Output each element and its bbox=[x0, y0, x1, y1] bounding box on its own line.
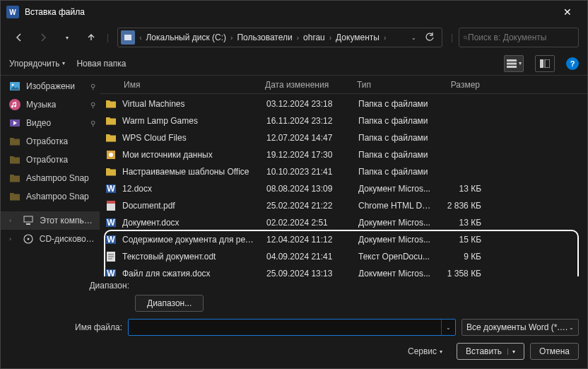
file-name: Document.pdf bbox=[119, 201, 261, 211]
close-button[interactable]: ✕ bbox=[553, 2, 582, 22]
file-type: Документ Micros... bbox=[353, 218, 437, 228]
sidebar-label: CD-дисковод (D bbox=[40, 234, 95, 244]
filename-dropdown[interactable]: ⌄ bbox=[441, 320, 455, 335]
file-date: 08.08.2024 13:09 bbox=[261, 184, 353, 194]
file-type: Текст OpenDocu... bbox=[353, 252, 437, 262]
file-type: Папка с файлами bbox=[353, 99, 437, 109]
titlebar: W Вставка файла ✕ bbox=[1, 1, 587, 23]
insert-button[interactable]: Вставить▾ bbox=[457, 343, 524, 360]
buttons-row: Сервис▾ Вставить▾ Отмена bbox=[9, 343, 579, 360]
file-name: Текстовый документ.odt bbox=[119, 252, 261, 262]
file-name: Документ.docx bbox=[119, 218, 261, 228]
column-date[interactable]: Дата изменения bbox=[259, 80, 351, 90]
breadcrumb-item[interactable]: Документы bbox=[333, 33, 382, 42]
svg-rect-3 bbox=[507, 62, 517, 64]
new-folder-button[interactable]: Новая папка bbox=[76, 59, 126, 69]
chevron-right-icon: › bbox=[9, 217, 17, 224]
file-row[interactable]: Document.pdf25.02.2024 21:22Chrome HTML … bbox=[100, 197, 587, 214]
file-row[interactable]: Virtual Machines03.12.2024 23:18Папка с … bbox=[100, 95, 587, 112]
file-list-pane: Имя Дата изменения Тип Размер Virtual Ma… bbox=[100, 76, 587, 276]
svg-rect-10 bbox=[24, 216, 33, 222]
sidebar-item[interactable]: Видео⚲ bbox=[1, 114, 100, 132]
file-date: 25.09.2024 13:13 bbox=[261, 269, 353, 276]
forward-button[interactable] bbox=[33, 28, 53, 47]
file-rows: Virtual Machines03.12.2024 23:18Папка с … bbox=[100, 94, 587, 276]
column-size[interactable]: Размер bbox=[436, 80, 486, 90]
breadcrumb-item[interactable]: Локальный диск (C:) bbox=[143, 33, 229, 42]
filename-input-wrap[interactable]: ⌄ bbox=[128, 319, 456, 336]
sidebar-item[interactable]: Ashampoo Snap bbox=[1, 187, 100, 206]
nav-bar: ▾ | ‹ Локальный диск (C:) › Пользователи… bbox=[1, 23, 587, 52]
file-size: 9 КБ bbox=[437, 252, 487, 262]
svg-text:W: W bbox=[107, 269, 115, 276]
svg-rect-19 bbox=[107, 201, 115, 204]
sidebar-item[interactable]: Изображени⚲ bbox=[1, 77, 100, 95]
file-type: Папка с файлами bbox=[353, 167, 437, 177]
chevron-icon: › bbox=[382, 34, 387, 42]
refresh-button[interactable] bbox=[425, 33, 435, 42]
file-name: WPS Cloud Files bbox=[119, 133, 261, 143]
drive-icon bbox=[121, 30, 135, 45]
sidebar-item[interactable]: Отработка bbox=[1, 151, 100, 169]
chevron-icon[interactable]: ‹ bbox=[138, 34, 143, 42]
svg-text:W: W bbox=[107, 235, 115, 245]
column-headers: Имя Дата изменения Тип Размер bbox=[100, 76, 587, 94]
file-row[interactable]: WСодержимое документа для редактиро...12… bbox=[100, 231, 587, 248]
file-row[interactable]: W12.docx08.08.2024 13:09Документ Micros.… bbox=[100, 180, 587, 197]
filename-input[interactable] bbox=[129, 322, 441, 332]
file-row[interactable]: WФайл для сжатия.docx25.09.2024 13:13Док… bbox=[100, 265, 587, 276]
file-date: 19.12.2024 17:30 bbox=[261, 150, 353, 160]
column-name[interactable]: Имя bbox=[118, 80, 259, 90]
range-button[interactable]: Диапазон... bbox=[135, 295, 204, 312]
sidebar-item[interactable]: Музыка⚲ bbox=[1, 95, 100, 114]
pin-icon: ⚲ bbox=[90, 119, 95, 127]
file-date: 03.12.2024 23:18 bbox=[261, 99, 353, 109]
sidebar-item[interactable]: Отработка bbox=[1, 132, 100, 151]
cancel-button[interactable]: Отмена bbox=[530, 343, 579, 360]
tools-menu[interactable]: Сервис▾ bbox=[408, 346, 442, 356]
breadcrumb-dropdown[interactable]: ⌄ bbox=[411, 35, 416, 41]
file-row[interactable]: Мои источники данных19.12.2024 17:30Папк… bbox=[100, 146, 587, 163]
sidebar-label: Видео bbox=[26, 118, 51, 128]
sidebar-item[interactable]: Ashampoo Snap bbox=[1, 169, 100, 187]
file-name: Файл для сжатия.docx bbox=[119, 269, 261, 276]
back-button[interactable] bbox=[9, 28, 29, 47]
svg-rect-6 bbox=[545, 59, 550, 68]
svg-text:W: W bbox=[107, 218, 115, 228]
svg-rect-5 bbox=[540, 59, 543, 68]
chevron-icon: › bbox=[229, 34, 234, 42]
up-button[interactable] bbox=[81, 28, 101, 47]
breadcrumb-item[interactable]: Пользователи bbox=[234, 33, 295, 42]
file-row[interactable]: WДокумент.docx02.02.2024 2:51Документ Mi… bbox=[100, 214, 587, 231]
file-type: Документ Micros... bbox=[353, 269, 437, 276]
help-button[interactable]: ? bbox=[566, 57, 579, 70]
preview-pane-button[interactable] bbox=[535, 55, 555, 72]
breadcrumb[interactable]: ‹ Локальный диск (C:) › Пользователи › o… bbox=[117, 28, 442, 47]
breadcrumb-item[interactable]: ohrau bbox=[300, 33, 328, 42]
recent-button[interactable]: ▾ bbox=[57, 28, 77, 47]
svg-rect-0 bbox=[124, 35, 131, 40]
column-type[interactable]: Тип bbox=[351, 80, 436, 90]
view-mode-list[interactable]: ▾ bbox=[504, 55, 524, 72]
file-type-filter[interactable]: Все документы Word (*.docx;⌄ bbox=[461, 319, 579, 336]
search-box[interactable] bbox=[459, 28, 579, 47]
file-size: 1 358 КБ bbox=[437, 269, 487, 276]
sidebar: Изображени⚲Музыка⚲Видео⚲ОтработкаОтработ… bbox=[1, 76, 100, 276]
chevron-right-icon: › bbox=[9, 235, 17, 242]
file-name: Содержимое документа для редактиро... bbox=[119, 235, 261, 245]
sidebar-item[interactable]: ›Этот компьюте bbox=[1, 211, 100, 230]
file-size: 13 КБ bbox=[437, 218, 487, 228]
svg-rect-11 bbox=[26, 223, 30, 225]
filename-row: Имя файла: ⌄ Все документы Word (*.docx;… bbox=[9, 319, 579, 336]
file-row[interactable]: Настраиваемые шаблоны Office10.10.2023 2… bbox=[100, 163, 587, 180]
file-type: Папка с файлами bbox=[353, 116, 437, 126]
sidebar-label: Отработка bbox=[26, 155, 68, 165]
file-size: 13 КБ bbox=[437, 184, 487, 194]
search-input[interactable] bbox=[468, 33, 574, 42]
file-row[interactable]: Текстовый документ.odt04.09.2024 21:41Те… bbox=[100, 248, 587, 265]
file-row[interactable]: Warm Lamp Games16.11.2024 23:12Папка с ф… bbox=[100, 112, 587, 129]
sidebar-item[interactable]: ›CD-дисковод (D bbox=[1, 230, 100, 248]
pin-icon: ⚲ bbox=[90, 83, 95, 90]
file-row[interactable]: WPS Cloud Files12.07.2024 14:47Папка с ф… bbox=[100, 129, 587, 146]
organize-menu[interactable]: Упорядочить▾ bbox=[9, 59, 65, 69]
